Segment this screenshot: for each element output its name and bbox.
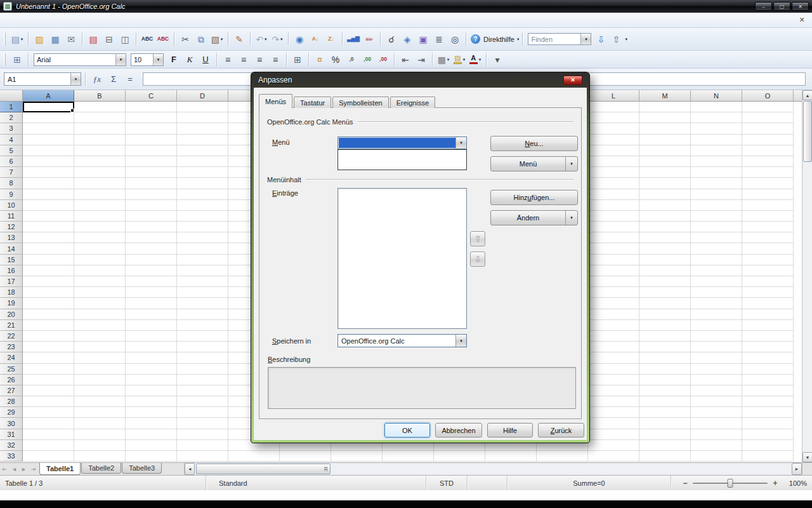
cell-I33[interactable] bbox=[434, 451, 485, 462]
scroll-up-button[interactable]: ▲ bbox=[802, 90, 812, 100]
cell-M11[interactable] bbox=[639, 211, 691, 222]
row-header-6[interactable]: 6 bbox=[0, 156, 23, 167]
row-header-2[interactable]: 2 bbox=[0, 112, 23, 123]
cell-N27[interactable] bbox=[691, 385, 742, 396]
minimize-button[interactable]: – bbox=[755, 2, 772, 11]
cell-C17[interactable] bbox=[126, 276, 177, 287]
cell-M15[interactable] bbox=[639, 255, 691, 265]
cell-L28[interactable] bbox=[588, 396, 639, 407]
cell-O5[interactable] bbox=[742, 145, 794, 156]
find-next-button[interactable]: ⇩ bbox=[593, 31, 608, 48]
cell-D26[interactable] bbox=[177, 375, 228, 385]
table-design-button[interactable]: ⊞ bbox=[10, 53, 25, 67]
cell-M24[interactable] bbox=[639, 352, 691, 363]
cell-N22[interactable] bbox=[691, 331, 742, 342]
cell-B22[interactable] bbox=[74, 331, 126, 342]
save-in-combo[interactable]: OpenOffice.org Calc ▼ bbox=[337, 334, 467, 347]
cell-A32[interactable] bbox=[23, 440, 74, 451]
cell-K33[interactable] bbox=[537, 451, 588, 462]
cell-N28[interactable] bbox=[691, 396, 742, 407]
cell-A20[interactable] bbox=[23, 309, 74, 320]
cell-C14[interactable] bbox=[126, 243, 177, 254]
auto-spellcheck-button[interactable]: ABC bbox=[155, 31, 171, 48]
cell-D14[interactable] bbox=[177, 243, 228, 254]
cell-N21[interactable] bbox=[691, 320, 742, 331]
cell-L33[interactable] bbox=[588, 451, 639, 462]
cell-M2[interactable] bbox=[639, 112, 691, 123]
cell-J33[interactable] bbox=[485, 451, 537, 462]
cell-O2[interactable] bbox=[742, 112, 794, 123]
cell-D21[interactable] bbox=[177, 320, 228, 331]
column-header-o[interactable]: O bbox=[742, 90, 794, 102]
cut-button[interactable]: ✂ bbox=[178, 31, 193, 48]
cell-C28[interactable] bbox=[126, 396, 177, 407]
cell-B6[interactable] bbox=[74, 156, 126, 167]
cell-M7[interactable] bbox=[639, 167, 691, 178]
cell-A15[interactable] bbox=[23, 255, 74, 265]
sheet-tab-tabelle2[interactable]: Tabelle2 bbox=[81, 463, 121, 474]
borders-dropdown-icon[interactable]: ▾ bbox=[447, 57, 450, 62]
row-header-27[interactable]: 27 bbox=[0, 385, 23, 396]
cell-L20[interactable] bbox=[588, 309, 639, 320]
cell-N23[interactable] bbox=[691, 342, 742, 352]
cell-B24[interactable] bbox=[74, 352, 126, 363]
cell-M19[interactable] bbox=[639, 298, 691, 309]
sheet-tab-tabelle1[interactable]: Tabelle1 bbox=[39, 463, 81, 475]
background-color-dropdown-icon[interactable]: ▾ bbox=[463, 57, 466, 62]
cell-L1[interactable] bbox=[588, 102, 639, 112]
row-header-10[interactable]: 10 bbox=[0, 200, 23, 211]
row-header-31[interactable]: 31 bbox=[0, 429, 23, 440]
cell-N11[interactable] bbox=[691, 211, 742, 222]
cell-N1[interactable] bbox=[691, 102, 742, 112]
scroll-down-button[interactable]: ▼ bbox=[802, 452, 812, 462]
cell-D23[interactable] bbox=[177, 342, 228, 352]
cell-O19[interactable] bbox=[742, 298, 794, 309]
cell-N5[interactable] bbox=[691, 145, 742, 156]
cell-C31[interactable] bbox=[126, 429, 177, 440]
cell-O28[interactable] bbox=[742, 396, 794, 407]
number-format-currency-button[interactable]: ¤ bbox=[312, 53, 327, 67]
cell-M28[interactable] bbox=[639, 396, 691, 407]
cell-D17[interactable] bbox=[177, 276, 228, 287]
statusbar-selection-mode[interactable]: STD bbox=[426, 476, 468, 490]
row-header-29[interactable]: 29 bbox=[0, 407, 23, 418]
row-header-25[interactable]: 25 bbox=[0, 364, 23, 375]
dialog-tab-menüs[interactable]: Menüs bbox=[259, 94, 292, 108]
cell-O32[interactable] bbox=[742, 440, 794, 451]
cell-M13[interactable] bbox=[639, 232, 691, 243]
horizontal-scrollbar[interactable]: ◄ ► bbox=[184, 463, 802, 475]
cell-D22[interactable] bbox=[177, 331, 228, 342]
cell-O31[interactable] bbox=[742, 429, 794, 440]
cell-L29[interactable] bbox=[588, 407, 639, 418]
dialog-tab-tastatur[interactable]: Tastatur bbox=[294, 97, 331, 108]
cell-D13[interactable] bbox=[177, 232, 228, 243]
column-header-l[interactable]: L bbox=[588, 90, 639, 102]
cell-D27[interactable] bbox=[177, 385, 228, 396]
find-replace-button[interactable]: ☌ bbox=[384, 31, 399, 48]
cell-A30[interactable] bbox=[23, 418, 74, 429]
cell-A16[interactable] bbox=[23, 265, 74, 276]
cell-N6[interactable] bbox=[691, 156, 742, 167]
cell-N26[interactable] bbox=[691, 375, 742, 385]
cell-E33[interactable] bbox=[228, 451, 280, 462]
cell-L6[interactable] bbox=[588, 156, 639, 167]
cell-L26[interactable] bbox=[588, 375, 639, 385]
cell-M33[interactable] bbox=[639, 451, 691, 462]
cell-A7[interactable] bbox=[23, 167, 74, 178]
column-header-m[interactable]: M bbox=[639, 90, 691, 102]
cell-O15[interactable] bbox=[742, 255, 794, 265]
cell-B29[interactable] bbox=[74, 407, 126, 418]
cell-O23[interactable] bbox=[742, 342, 794, 352]
move-entry-down-button[interactable]: ⇩ bbox=[470, 251, 485, 267]
cell-O22[interactable] bbox=[742, 331, 794, 342]
cell-M30[interactable] bbox=[639, 418, 691, 429]
cell-N33[interactable] bbox=[691, 451, 742, 462]
zoom-button[interactable]: ◎ bbox=[447, 31, 462, 48]
maximize-button[interactable]: ▢ bbox=[773, 2, 790, 11]
menu-actions-button[interactable]: Menü ▼ bbox=[490, 156, 578, 171]
cell-L16[interactable] bbox=[588, 265, 639, 276]
cell-L30[interactable] bbox=[588, 418, 639, 429]
row-header-22[interactable]: 22 bbox=[0, 331, 23, 342]
cell-C3[interactable] bbox=[126, 123, 177, 134]
cell-M16[interactable] bbox=[639, 265, 691, 276]
